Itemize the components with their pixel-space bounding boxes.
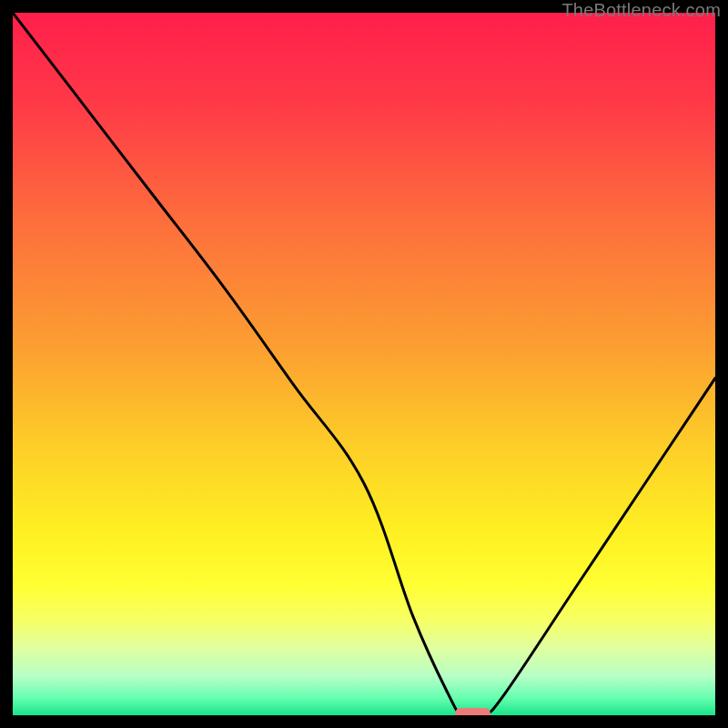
- svg-rect-0: [13, 13, 715, 715]
- watermark-text: TheBottleneck.com: [561, 0, 721, 21]
- chart-frame: TheBottleneck.com: [0, 0, 728, 728]
- gradient-background: [13, 13, 715, 715]
- plot-area: [13, 13, 715, 715]
